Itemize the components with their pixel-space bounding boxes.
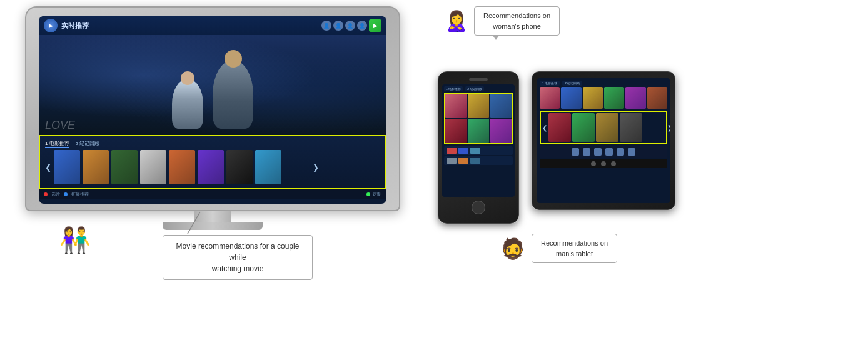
tab-icon-3[interactable] bbox=[594, 148, 602, 156]
man-avatar: 🧔 bbox=[500, 237, 525, 261]
phone-thumb-2 bbox=[468, 94, 489, 118]
tv-callout-line bbox=[138, 209, 263, 234]
tab-icon-4[interactable] bbox=[605, 148, 613, 156]
movie-thumb-3 bbox=[111, 150, 138, 184]
status-dots: 选片 扩展推荐 bbox=[44, 191, 89, 198]
dot-green bbox=[366, 192, 370, 196]
movie-thumb-9 bbox=[284, 150, 310, 184]
man-callout-line1: Recommendations on bbox=[541, 239, 608, 247]
reco-tab-2[interactable]: 2 纪记回顾 bbox=[76, 140, 100, 148]
tab-movie-3 bbox=[583, 87, 603, 109]
dot-blue bbox=[64, 192, 68, 196]
tablet-tab-1[interactable]: 1 电影推荐 bbox=[540, 81, 560, 86]
tablet-tab-2[interactable]: 2 纪记回顾 bbox=[562, 81, 582, 86]
phone-thumb-4 bbox=[445, 119, 467, 142]
tv-body: ▶ 实时推荐 👤 👤 👤 👤 ▶ bbox=[25, 6, 400, 211]
phone-screen-inner: 1 电影推荐 2 纪记回顾 bbox=[442, 84, 515, 167]
movie-thumb-7 bbox=[226, 150, 253, 184]
status-label-1: 选片 bbox=[51, 191, 60, 198]
tab-reco-4 bbox=[620, 113, 642, 142]
tab-reco-2 bbox=[572, 113, 595, 142]
left-section: ▶ 实时推荐 👤 👤 👤 👤 ▶ bbox=[13, 6, 413, 280]
movie-thumb-5 bbox=[169, 150, 195, 184]
tablet-home-strip bbox=[540, 159, 667, 168]
tab-home-dot-2 bbox=[601, 161, 606, 166]
woman-callout-line1: Recommendations on bbox=[483, 12, 550, 19]
phone-thumb-3 bbox=[490, 94, 512, 118]
tablet-top-movies bbox=[540, 87, 667, 109]
phone-tab-1[interactable]: 1 电影推荐 bbox=[444, 86, 463, 91]
phone-screen: 1 电影推荐 2 纪记回顾 bbox=[442, 84, 515, 197]
reco-tabs: 1 电影推荐 2 纪记回顾 bbox=[45, 140, 380, 148]
phone-device: 1 电影推荐 2 纪记回顾 bbox=[438, 71, 519, 224]
tablet-arrow-right[interactable]: ❯ bbox=[667, 124, 670, 131]
reco-tab-1[interactable]: 1 电影推荐 bbox=[45, 140, 69, 148]
reco-movies-list: ❮ ❯ bbox=[45, 150, 380, 184]
couple-avatar: 👫 bbox=[59, 226, 91, 255]
phone-home-button[interactable] bbox=[472, 201, 485, 214]
tv-user-icon-4: 👤 bbox=[357, 21, 367, 31]
phone-body: 1 电影推荐 2 纪记回顾 bbox=[438, 71, 519, 224]
woman-callout-arrow bbox=[493, 36, 499, 40]
tv-title: 实时推荐 bbox=[61, 21, 89, 31]
tv-callout-box: Movie recommendations for a couple while… bbox=[163, 235, 313, 280]
tablet-arrow-left[interactable]: ❮ bbox=[542, 124, 547, 131]
tab-icon-1[interactable] bbox=[572, 148, 579, 156]
tv-user-icons: 👤 👤 👤 👤 ▶ bbox=[321, 19, 381, 32]
tab-movie-1 bbox=[540, 87, 560, 109]
tab-movie-6 bbox=[647, 87, 667, 109]
tv-callout-text-1: Movie recommendations for a couple while bbox=[176, 242, 300, 262]
tv-user-icon-2: 👤 bbox=[333, 21, 343, 31]
tablet-body: 1 电影推荐 2 纪记回顾 bbox=[532, 71, 675, 210]
tablet-reco-movies: ❮ ❯ bbox=[542, 113, 665, 142]
tv-play-button[interactable]: ▶ bbox=[369, 19, 381, 32]
tv-movie-area: LOVE bbox=[39, 35, 386, 135]
status-label-2: 扩展推荐 bbox=[71, 191, 89, 198]
woman-callout-line2: woman's phone bbox=[493, 22, 541, 30]
tv-wrapper: ▶ 实时推荐 👤 👤 👤 👤 ▶ bbox=[25, 6, 400, 230]
tab-home-dot-1 bbox=[591, 161, 596, 166]
tv-user-icon-3: 👤 bbox=[345, 21, 355, 31]
status-label-3: 定制 bbox=[373, 191, 381, 198]
man-callout-box: Recommendations on man's tablet bbox=[532, 234, 617, 263]
man-callout-area: 🧔 Recommendations on man's tablet bbox=[500, 234, 855, 263]
movie-thumb-6 bbox=[198, 150, 224, 184]
status-right: 定制 bbox=[366, 191, 381, 198]
tablet-screen: 1 电影推荐 2 纪记回顾 bbox=[537, 78, 670, 203]
tab-movie-4 bbox=[604, 87, 624, 109]
phone-tab-2[interactable]: 2 纪记回顾 bbox=[465, 86, 484, 91]
phone-thumb-6 bbox=[490, 119, 512, 142]
reco-arrow-left[interactable]: ❮ bbox=[45, 163, 51, 172]
movie-thumb-1 bbox=[54, 150, 80, 184]
dot-red bbox=[44, 192, 48, 196]
tab-home-dot-3 bbox=[611, 161, 616, 166]
tab-reco-3 bbox=[596, 113, 618, 142]
tv-user-icon-1: 👤 bbox=[321, 21, 331, 31]
man-callout-line2: man's tablet bbox=[556, 250, 593, 258]
woman-callout-area: 🙎‍♀️ Recommendations on woman's phone bbox=[444, 6, 855, 40]
tab-reco-5 bbox=[643, 113, 666, 142]
tv-screen: ▶ 实时推荐 👤 👤 👤 👤 ▶ bbox=[39, 16, 386, 204]
tab-icon-2[interactable] bbox=[583, 148, 590, 156]
tab-icon-5[interactable] bbox=[617, 148, 624, 156]
tablet-device: 1 电影推荐 2 纪记回顾 bbox=[532, 71, 675, 210]
reco-arrow-right[interactable]: ❯ bbox=[313, 163, 319, 172]
tv-callout-text-2: watching movie bbox=[212, 264, 264, 273]
tv-status-bar: 选片 扩展推荐 定制 bbox=[39, 189, 386, 199]
tv-top-bar: ▶ 实时推荐 👤 👤 👤 👤 ▶ bbox=[39, 16, 386, 35]
movie-thumb-2 bbox=[83, 150, 109, 184]
phone-screen-tabs: 1 电影推荐 2 纪记回顾 bbox=[444, 86, 513, 91]
woman-avatar: 🙎‍♀️ bbox=[444, 9, 469, 33]
tv-reco-bar: 1 电影推荐 2 纪记回顾 ❮ bbox=[39, 135, 386, 189]
tab-reco-1 bbox=[548, 113, 571, 142]
tab-movie-2 bbox=[561, 87, 581, 109]
tv-logo-icon: ▶ bbox=[44, 19, 58, 32]
tab-icon-6[interactable] bbox=[628, 148, 635, 156]
tablet-top-bar: 1 电影推荐 2 纪记回顾 bbox=[540, 81, 667, 86]
svg-line-0 bbox=[188, 212, 200, 234]
woman-callout-box: Recommendations on woman's phone bbox=[474, 6, 560, 40]
tab-movie-5 bbox=[625, 87, 645, 109]
movie-thumb-4 bbox=[140, 150, 166, 184]
movie-scene: LOVE bbox=[39, 35, 386, 135]
phone-speaker bbox=[469, 78, 488, 81]
